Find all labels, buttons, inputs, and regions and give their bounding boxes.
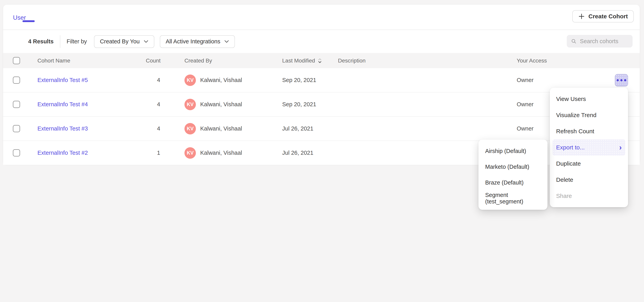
tab-user[interactable]: User	[13, 14, 26, 21]
chevron-down-icon	[144, 40, 148, 43]
column-count[interactable]: Count	[146, 58, 160, 64]
filter-bar: 4 Results Filter by Created By You All A…	[3, 30, 640, 53]
submenu-arrow-icon: ›	[619, 144, 622, 151]
table-row: ExternalInfo Test #5 4 KV Kalwani, Visha…	[3, 68, 640, 92]
cohort-count: 1	[146, 150, 160, 156]
column-cohort-name[interactable]: Cohort Name	[38, 58, 146, 64]
row-checkbox[interactable]	[13, 149, 20, 156]
row-actions-button[interactable]	[615, 74, 628, 86]
tab-active-underline	[22, 20, 35, 22]
table-header: Cohort Name Count Created By Last Modifi…	[3, 53, 640, 68]
avatar: KV	[184, 99, 196, 110]
menu-item-export-to-label: Export to...	[556, 144, 585, 151]
last-modified-date: Jul 26, 2021	[282, 125, 338, 132]
table-row: ExternalInfo Test #4 4 KV Kalwani, Visha…	[3, 92, 640, 117]
column-created-by[interactable]: Created By	[160, 58, 282, 64]
row-checkbox[interactable]	[13, 101, 20, 108]
access-level: Owner	[517, 77, 534, 84]
access-level: Owner	[517, 125, 534, 132]
create-cohort-button[interactable]: Create Cohort	[572, 10, 634, 22]
row-checkbox[interactable]	[13, 76, 20, 84]
select-all-checkbox[interactable]	[13, 57, 20, 64]
last-modified-date: Jul 26, 2021	[282, 150, 338, 156]
access-level: Owner	[517, 101, 534, 108]
create-cohort-label: Create Cohort	[588, 13, 628, 20]
search-icon	[571, 38, 576, 44]
search-input[interactable]	[580, 38, 628, 45]
cohort-name-link[interactable]: ExternalInfo Test #2	[38, 150, 146, 156]
row-checkbox[interactable]	[13, 125, 20, 132]
created-by-dropdown-label: Created By You	[100, 38, 140, 45]
avatar: KV	[184, 123, 196, 134]
integrations-dropdown[interactable]: All Active Integrations	[160, 35, 235, 48]
cohort-name-link[interactable]: ExternalInfo Test #5	[38, 77, 146, 84]
filter-by-label: Filter by	[66, 38, 87, 45]
avatar: KV	[184, 74, 196, 86]
results-count: 4 Results	[28, 38, 54, 45]
created-by-name: Kalwani, Vishaal	[200, 125, 242, 132]
search-cohorts-box[interactable]	[567, 35, 632, 48]
column-description[interactable]: Description	[338, 58, 517, 64]
column-your-access[interactable]: Your Access	[517, 58, 640, 64]
cohorts-page: { "colors": { "accent": "#5349e0", "acce…	[0, 0, 644, 302]
submenu-item-airship[interactable]: Airship (Default)	[478, 143, 548, 159]
menu-item-visualize-trend[interactable]: Visualize Trend	[550, 107, 628, 123]
created-by-name: Kalwani, Vishaal	[200, 150, 242, 156]
submenu-item-marketo[interactable]: Marketo (Default)	[478, 159, 548, 175]
filter-divider	[60, 35, 60, 48]
plus-icon	[578, 13, 585, 20]
row-actions-menu: View Users Visualize Trend Refresh Count…	[550, 88, 628, 207]
created-by-name: Kalwani, Vishaal	[200, 101, 242, 108]
last-modified-date: Sep 20, 2021	[282, 101, 338, 108]
menu-item-delete[interactable]: Delete	[550, 172, 628, 188]
export-submenu: Airship (Default) Marketo (Default) Braz…	[478, 140, 548, 210]
chevron-down-icon	[224, 40, 229, 43]
table-row: ExternalInfo Test #3 4 KV Kalwani, Visha…	[3, 117, 640, 141]
ellipsis-icon	[616, 79, 619, 81]
menu-item-share: Share	[550, 188, 628, 204]
cohort-count: 4	[146, 77, 160, 84]
menu-item-duplicate[interactable]: Duplicate	[550, 156, 628, 172]
menu-item-view-users[interactable]: View Users	[550, 91, 628, 107]
cohort-name-link[interactable]: ExternalInfo Test #4	[38, 101, 146, 108]
column-last-modified[interactable]: Last Modified	[282, 58, 338, 64]
sort-icon	[318, 58, 322, 64]
menu-item-export-to[interactable]: Export to... ›	[552, 139, 625, 156]
tab-bar: User Create Cohort	[3, 5, 640, 30]
menu-item-refresh-count[interactable]: Refresh Count	[550, 123, 628, 139]
column-last-modified-label: Last Modified	[282, 58, 315, 64]
submenu-item-segment[interactable]: Segment (test_segment)	[478, 190, 548, 206]
created-by-name: Kalwani, Vishaal	[200, 77, 242, 84]
tab-user-label: User	[13, 14, 26, 21]
last-modified-date: Sep 20, 2021	[282, 77, 338, 84]
avatar: KV	[184, 147, 196, 159]
cohort-count: 4	[146, 101, 160, 108]
created-by-dropdown[interactable]: Created By You	[94, 35, 154, 48]
integrations-dropdown-label: All Active Integrations	[166, 38, 220, 45]
cohort-count: 4	[146, 125, 160, 132]
cohort-name-link[interactable]: ExternalInfo Test #3	[38, 125, 146, 132]
submenu-item-braze[interactable]: Braze (Default)	[478, 175, 548, 190]
